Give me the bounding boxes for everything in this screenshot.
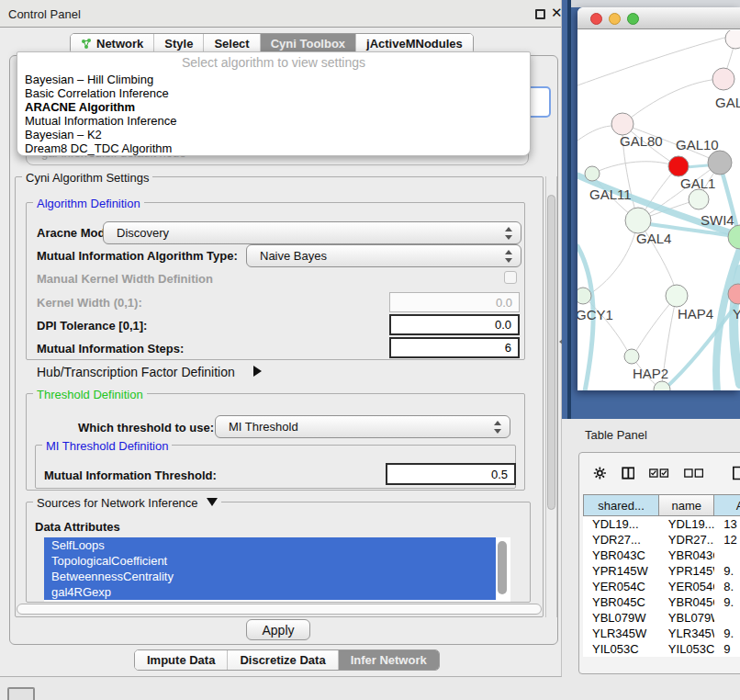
tab-jactivemnodules[interactable]: jActiveMNodules: [356, 34, 473, 53]
algorithm-definition-title: Algorithm Definition: [33, 197, 144, 210]
table-row[interactable]: YLR345WYLR345W9.: [583, 626, 740, 641]
tab-discretize-data[interactable]: Discretize Data: [228, 650, 338, 670]
tab-style[interactable]: Style: [154, 34, 204, 53]
mi-steps-value: 6: [505, 341, 511, 355]
columns-icon[interactable]: [622, 465, 635, 481]
algorithm-option-aracne-algorithm[interactable]: ARACNE Algorithm: [17, 100, 530, 114]
threshold-definition-title: Threshold Definition: [33, 388, 147, 401]
collapse-panel-button[interactable]: [7, 687, 35, 700]
settings-scrollbar-thumb[interactable]: [547, 195, 555, 510]
mi-steps-field[interactable]: 6: [389, 337, 520, 358]
network-node-hap4[interactable]: [666, 285, 688, 307]
column-header-shared[interactable]: shared...: [583, 494, 659, 516]
gear-icon[interactable]: [593, 465, 607, 481]
data-attribute-item[interactable]: SelfLoops: [44, 537, 496, 553]
data-attribute-item[interactable]: BetweennessCentrality: [44, 569, 496, 584]
table-row[interactable]: YBR045CYBR045C9.: [583, 594, 740, 610]
table-cell: YBR045C: [583, 594, 659, 610]
sources-group-title[interactable]: Sources for Network Inference: [33, 496, 221, 510]
network-node[interactable]: [668, 156, 689, 176]
settings-horizontal-scrollbar[interactable]: [17, 604, 542, 615]
network-node-gal80[interactable]: [611, 113, 633, 135]
attribute-table: shared...nameA YDL19...YDL19...13YDR27..…: [583, 494, 740, 657]
tab-label: Style: [164, 37, 193, 51]
table-cell: YDR27...: [659, 532, 714, 548]
network-node-gcy1[interactable]: [577, 288, 591, 304]
algorithm-option-basic-correlation-inference[interactable]: Basic Correlation Inference: [17, 86, 530, 100]
network-node-gal4[interactable]: [625, 208, 651, 233]
mi-threshold-value: 0.5: [491, 468, 508, 481]
network-window-titlebar[interactable]: [577, 7, 740, 29]
float-window-icon[interactable]: [535, 9, 545, 19]
hub-definition-toggle[interactable]: Hub/Transcription Factor Definition: [37, 365, 235, 379]
manual-kernel-checkbox[interactable]: [504, 271, 517, 284]
table-cell: YER054C: [583, 579, 659, 594]
tab-network[interactable]: Network: [71, 34, 154, 53]
table-row[interactable]: YBR043CYBR043C: [583, 548, 740, 563]
data-attribute-item[interactable]: gal4RGexp: [44, 584, 496, 600]
kernel-width-field[interactable]: 0.0: [389, 292, 520, 312]
network-node-hap2[interactable]: [624, 349, 639, 364]
list-scrollbar-thumb[interactable]: [498, 541, 507, 594]
column-header-a[interactable]: A: [714, 494, 740, 516]
table-row[interactable]: YDL19...YDL19...13: [583, 516, 740, 532]
which-threshold-combo[interactable]: MI Threshold: [215, 415, 510, 438]
network-node-gal11[interactable]: [585, 166, 600, 181]
tab-select[interactable]: Select: [204, 34, 260, 53]
control-panel-titlebar: Control Panel ✕: [0, 0, 561, 28]
dpi-tolerance-field[interactable]: 0.0: [389, 314, 520, 335]
table-row[interactable]: YPR145WYPR145W9.: [583, 563, 740, 579]
tab-impute-data[interactable]: Impute Data: [135, 650, 228, 670]
which-threshold-label: Which threshold to use:: [78, 421, 214, 435]
table-cell: YDL19...: [659, 516, 714, 532]
network-node-swi4[interactable]: [728, 225, 740, 249]
close-icon[interactable]: ✕: [551, 5, 563, 21]
network-node-gal10[interactable]: [708, 151, 732, 175]
app-root: Control Panel ✕ NetworkStyleSelectCyni T…: [0, 0, 740, 700]
network-icon: [81, 38, 92, 50]
zoom-traffic-light[interactable]: [627, 13, 639, 25]
apply-button[interactable]: Apply: [246, 619, 310, 640]
network-node[interactable]: [725, 30, 740, 49]
tab-infer-network[interactable]: Infer Network: [339, 650, 439, 670]
table-row[interactable]: YIL053CYIL053C9: [583, 641, 740, 657]
network-node[interactable]: [654, 381, 670, 390]
algorithm-option-bayesian-k2[interactable]: Bayesian – K2: [17, 128, 530, 141]
export-table-icon[interactable]: [733, 465, 740, 481]
network-node-gal[interactable]: [712, 68, 734, 90]
tab-cyni-toolbox[interactable]: Cyni Toolbox: [261, 34, 356, 53]
algorithm-option-mutual-information-inference[interactable]: Mutual Information Inference: [17, 114, 530, 128]
network-node-gal1[interactable]: [689, 189, 709, 209]
mi-threshold-field[interactable]: 0.5: [386, 463, 516, 485]
network-node-label: GAL10: [676, 137, 719, 152]
column-header-name[interactable]: name: [659, 494, 714, 516]
table-cell: YIL053C: [583, 641, 659, 657]
settings-vertical-scrollbar[interactable]: [545, 176, 557, 617]
tab-label: Select: [214, 37, 249, 51]
network-canvas[interactable]: GALGAL80GAL10GAL1GAL11SWI4GAL4GCY1HAP4YH…: [577, 30, 740, 390]
close-traffic-light[interactable]: [590, 13, 602, 25]
network-node-label: GAL11: [589, 186, 632, 202]
table-row[interactable]: YBL079WYBL079W: [583, 610, 740, 626]
table-cell: 9.: [714, 563, 740, 579]
chevron-right-icon[interactable]: [253, 366, 262, 377]
network-node-label: GAL: [715, 95, 740, 110]
data-attributes-list[interactable]: SelfLoopsTopologicalCoefficientBetweenne…: [44, 537, 510, 602]
algorithm-option-bayesian-hill-climbing[interactable]: Bayesian – Hill Climbing: [17, 73, 530, 86]
minimize-traffic-light[interactable]: [609, 13, 621, 25]
data-attribute-item[interactable]: TopologicalCoefficient: [44, 553, 496, 569]
algorithm-option-dream8-dc-tdc-algorithm[interactable]: Dream8 DC_TDC Algorithm: [17, 141, 530, 155]
network-window: GALGAL80GAL10GAL1GAL11SWI4GAL4GCY1HAP4YH…: [577, 7, 740, 390]
aracne-mode-combo[interactable]: Discovery: [103, 221, 521, 244]
table-cell: 13: [714, 516, 740, 532]
select-all-columns-icon[interactable]: [649, 467, 668, 480]
apply-button-label: Apply: [262, 623, 294, 638]
deselect-all-columns-icon[interactable]: [684, 467, 703, 480]
mi-threshold-label: Mutual Information Threshold:: [44, 469, 217, 482]
table-cell: YER054C: [659, 579, 714, 594]
settings-group-title: Cyni Algorithm Settings: [22, 171, 152, 185]
mi-type-combo[interactable]: Naive Bayes: [246, 244, 521, 267]
network-node-label: GCY1: [577, 307, 613, 322]
table-row[interactable]: YER054CYER054C8.: [583, 579, 740, 594]
table-row[interactable]: YDR27...YDR27...12: [583, 532, 740, 548]
